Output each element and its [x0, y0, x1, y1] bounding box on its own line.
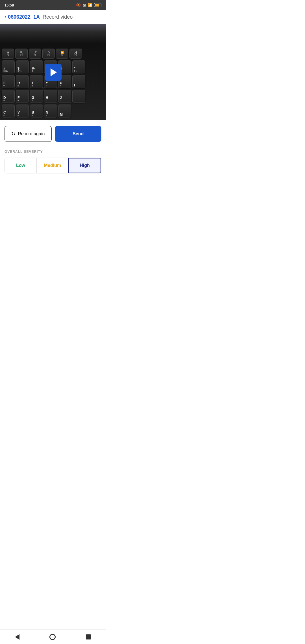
key-8: *8 :	[72, 60, 85, 73]
status-icons: 🔕 ⊠ 📶	[76, 3, 101, 7]
play-button[interactable]	[45, 64, 62, 81]
key-f3: ⊞F3	[2, 49, 14, 59]
video-preview[interactable]: ⊞F3 🔍F4 🎤F5 ☽F6 ⏪F7 ▷‖F8 #3 №	[0, 24, 106, 120]
key-row-c: Cс Vм Bи Nт M	[2, 105, 104, 118]
severity-section: OVERALL SEVERITY Low Medium High	[0, 147, 106, 179]
battery-icon	[94, 3, 101, 7]
key-r: Rк	[16, 75, 29, 88]
key-f6: ☽F6	[42, 49, 55, 59]
key-t: Tе	[30, 75, 43, 88]
key-row-fn: ⊞F3 🔍F4 🎤F5 ☽F6 ⏪F7 ▷‖F8	[2, 49, 104, 59]
key-f5: 🎤F5	[29, 49, 41, 59]
severity-high-button[interactable]: High	[68, 158, 101, 173]
severity-medium-button[interactable]: Medium	[36, 158, 68, 173]
record-again-label: Record again	[18, 131, 45, 136]
key-k	[72, 90, 85, 103]
key-4: $4 %	[16, 60, 29, 73]
key-f8: ▷‖F8	[69, 49, 82, 59]
key-f: Fа	[16, 90, 29, 103]
key-i: I	[72, 75, 85, 88]
key-d: Dв	[2, 90, 15, 103]
key-n: Nт	[44, 105, 57, 118]
key-c: Cс	[2, 105, 15, 118]
key-row-d: Dв Fа Gп Hр Jо	[2, 90, 104, 103]
key-f4: 🔍F4	[15, 49, 28, 59]
header: ‹ 06062022_1A Record video	[0, 10, 106, 24]
bell-icon: 🔕	[76, 3, 81, 7]
play-icon	[51, 68, 57, 76]
key-5: %5 :	[30, 60, 43, 73]
severity-button-group: Low Medium High	[5, 158, 101, 173]
x-circle-icon: ⊠	[82, 3, 86, 7]
key-3: #3 №	[2, 60, 15, 73]
severity-label: OVERALL SEVERITY	[5, 150, 101, 154]
key-b: Bи	[30, 105, 43, 118]
severity-high-label: High	[80, 163, 90, 168]
status-time: 15:58	[5, 3, 14, 7]
key-v: Vм	[16, 105, 29, 118]
wifi-icon: 📶	[88, 3, 92, 7]
key-h: Hр	[44, 90, 57, 103]
key-m: M	[58, 105, 71, 118]
page-title: 06062022_1A	[8, 14, 40, 20]
status-bar: 15:58 🔕 ⊠ 📶	[0, 0, 106, 10]
action-buttons: ↻ Record again Send	[0, 120, 106, 147]
key-j: Jо	[58, 90, 71, 103]
record-again-button[interactable]: ↻ Record again	[5, 126, 52, 142]
severity-low-label: Low	[16, 163, 25, 168]
severity-medium-label: Medium	[44, 163, 61, 168]
key-e: Eу	[2, 75, 15, 88]
page-subtitle: Record video	[43, 14, 73, 20]
back-button[interactable]: ‹	[5, 14, 6, 20]
send-button[interactable]: Send	[55, 126, 102, 142]
key-f7: ⏪F7	[56, 49, 68, 59]
severity-low-button[interactable]: Low	[5, 158, 36, 173]
key-g: Gп	[30, 90, 43, 103]
refresh-icon: ↻	[11, 131, 16, 137]
send-label: Send	[73, 131, 84, 136]
